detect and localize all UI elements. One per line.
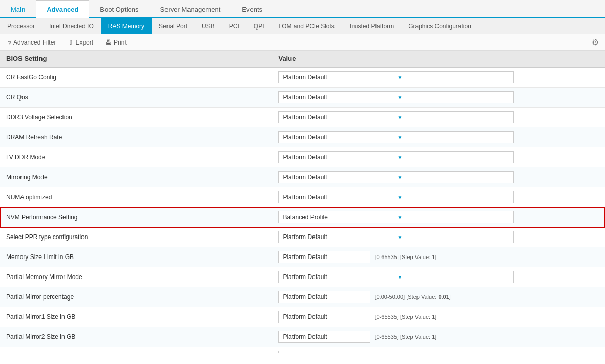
bios-setting-cell: Select PPR type configuration [0, 227, 272, 247]
bios-setting-cell: Partial Mirror percentage [0, 287, 272, 307]
text-field[interactable]: Platform Default [278, 311, 370, 323]
dropdown-value: Platform Default [283, 194, 395, 201]
bios-setting-cell: NUMA optimized [0, 187, 272, 207]
text-field[interactable]: Platform Default [278, 351, 370, 353]
table-row: DRAM Refresh RatePlatform Default▼ [0, 127, 605, 147]
dropdown-field[interactable]: Platform Default▼ [278, 171, 514, 183]
sub-tab-ras-memory[interactable]: RAS Memory [101, 18, 152, 34]
table-row: NUMA optimizedPlatform Default▼ [0, 187, 605, 207]
value-cell: Platform Default▼ [272, 67, 605, 88]
value-cell: Platform Default▼ [272, 187, 605, 207]
range-hint: [0-65535] [Step Value: 1] [374, 314, 436, 320]
chevron-down-icon: ▼ [397, 95, 509, 100]
value-cell: Platform Default▼ [272, 227, 605, 247]
dropdown-field[interactable]: Platform Default▼ [278, 191, 514, 203]
sub-tab-qpi[interactable]: QPI [246, 18, 272, 34]
value-cell: Platform Default[0-65535] [Step Value: 1… [272, 307, 605, 327]
advanced-filter-button[interactable]: ▿ Advanced Filter [6, 38, 58, 47]
bios-setting-cell: Partial Mirror1 Size in GB [0, 307, 272, 327]
chevron-down-icon: ▼ [397, 175, 509, 180]
value-cell: Platform Default▼ [272, 267, 605, 287]
dropdown-value: Platform Default [283, 134, 395, 141]
bios-setting-cell: Memory Size Limit in GB [0, 247, 272, 267]
bios-setting-cell: Mirroring Mode [0, 167, 272, 187]
print-icon: 🖶 [106, 39, 112, 46]
table-row: Mirroring ModePlatform Default▼ [0, 167, 605, 187]
chevron-down-icon: ▼ [397, 274, 509, 280]
settings-icon[interactable]: ⚙ [592, 37, 599, 47]
sub-tab-trusted-platform[interactable]: Trusted Platform [342, 18, 401, 34]
chevron-down-icon: ▼ [397, 75, 509, 80]
col-bios-setting: BIOS Setting [0, 51, 272, 67]
chevron-down-icon: ▼ [397, 135, 509, 140]
sub-tab-lom-pcie[interactable]: LOM and PCIe Slots [271, 18, 341, 34]
table-row: CR QosPlatform Default▼ [0, 88, 605, 108]
value-cell: Platform Default[0-65535] [Step Value: 1… [272, 247, 605, 267]
value-cell: Platform Default[0-65535] [Step Value: 1… [272, 347, 605, 354]
table-row: NVM Performance SettingBalanced Profile▼ [0, 207, 605, 227]
dropdown-value: Platform Default [283, 114, 395, 121]
tab-events[interactable]: Events [231, 0, 273, 18]
sub-nav: Processor Intel Directed IO RAS Memory S… [0, 18, 605, 34]
table-row: Partial Mirror percentagePlatform Defaul… [0, 287, 605, 307]
export-icon: ⇧ [68, 39, 73, 46]
export-button[interactable]: ⇧ Export [66, 38, 95, 47]
tab-boot-options[interactable]: Boot Options [89, 0, 149, 18]
chevron-down-icon: ▼ [397, 234, 509, 240]
chevron-down-icon: ▼ [397, 195, 509, 200]
text-field[interactable]: Platform Default [278, 291, 370, 303]
sub-tab-usb[interactable]: USB [195, 18, 222, 34]
bios-setting-cell: NVM Performance Setting [0, 207, 272, 227]
dropdown-field[interactable]: Platform Default▼ [278, 151, 514, 163]
value-cell: Platform Default▼ [272, 127, 605, 147]
text-field[interactable]: Platform Default [278, 251, 370, 263]
dropdown-value: Platform Default [283, 74, 395, 81]
sub-tab-processor[interactable]: Processor [0, 18, 42, 34]
tab-server-management[interactable]: Server Management [149, 0, 231, 18]
chevron-down-icon: ▼ [397, 155, 509, 160]
col-value: Value [272, 51, 605, 67]
dropdown-value: Balanced Profile [283, 213, 395, 221]
value-cell: Platform Default▼ [272, 147, 605, 167]
table-row: CR FastGo ConfigPlatform Default▼ [0, 67, 605, 88]
bios-setting-cell: Partial Memory Mirror Mode [0, 267, 272, 287]
text-field[interactable]: Platform Default [278, 331, 370, 343]
dropdown-field[interactable]: Platform Default▼ [278, 71, 514, 83]
bios-setting-cell: DRAM Refresh Rate [0, 127, 272, 147]
print-button[interactable]: 🖶 Print [103, 38, 129, 47]
table-row: Partial Mirror1 Size in GBPlatform Defau… [0, 307, 605, 327]
dropdown-field[interactable]: Balanced Profile▼ [278, 211, 514, 223]
advanced-filter-label: Advanced Filter [13, 39, 56, 46]
table-row: Memory Size Limit in GBPlatform Default[… [0, 247, 605, 267]
table-row: Partial Mirror2 Size in GBPlatform Defau… [0, 327, 605, 347]
dropdown-value: Platform Default [283, 94, 395, 101]
range-hint: [0-65535] [Step Value: 1] [374, 254, 436, 260]
print-label: Print [114, 39, 127, 46]
dropdown-field[interactable]: Platform Default▼ [278, 91, 514, 103]
value-cell: Platform Default▼ [272, 88, 605, 108]
table-row: DDR3 Voltage SelectionPlatform Default▼ [0, 108, 605, 127]
value-cell: Platform Default▼ [272, 167, 605, 187]
sub-tab-graphics-config[interactable]: Graphics Configuration [401, 18, 478, 34]
dropdown-field[interactable]: Platform Default▼ [278, 111, 514, 123]
table-row: Select PPR type configurationPlatform De… [0, 227, 605, 247]
range-hint: [0.00-50.00] [Step Value: 0.01] [374, 294, 450, 300]
tab-advanced[interactable]: Advanced [36, 0, 89, 18]
dropdown-field[interactable]: Platform Default▼ [278, 271, 514, 283]
sub-tab-serial-port[interactable]: Serial Port [152, 18, 195, 34]
table-container: BIOS Setting Value CR FastGo ConfigPlatf… [0, 51, 605, 353]
chevron-down-icon: ▼ [397, 115, 509, 120]
chevron-down-icon: ▼ [397, 215, 509, 220]
table-row: LV DDR ModePlatform Default▼ [0, 147, 605, 167]
range-hint: [0-65535] [Step Value: 1] [374, 334, 436, 340]
value-cell: Platform Default[0-65535] [Step Value: 1… [272, 327, 605, 347]
dropdown-field[interactable]: Platform Default▼ [278, 131, 514, 143]
toolbar: ▿ Advanced Filter ⇧ Export 🖶 Print ⚙ [0, 34, 605, 51]
tab-main[interactable]: Main [0, 0, 36, 18]
filter-icon: ▿ [8, 39, 11, 46]
sub-tab-intel-directed-io[interactable]: Intel Directed IO [42, 18, 101, 34]
bios-setting-cell: Partial Mirror3 Size in GB [0, 347, 272, 354]
sub-tab-pci[interactable]: PCI [222, 18, 246, 34]
bios-setting-cell: LV DDR Mode [0, 147, 272, 167]
dropdown-field[interactable]: Platform Default▼ [278, 231, 514, 243]
